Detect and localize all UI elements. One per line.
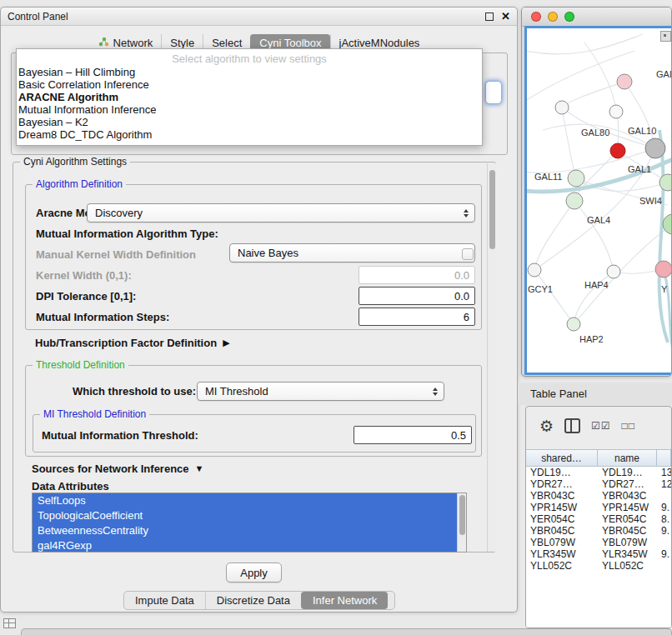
table-row[interactable]: YLR345WYLR345W9. bbox=[526, 548, 671, 560]
mi-algorithm-type-select[interactable]: Naive Bayes bbox=[229, 243, 475, 262]
network-canvas[interactable]: GALGAL80GAL10GAL11GAL1SWI4GAL4GCY1HAP4YH… bbox=[524, 26, 672, 375]
mi-steps-field[interactable]: 6 bbox=[359, 308, 475, 326]
column-header-shared[interactable]: shared… bbox=[526, 449, 598, 467]
network-node[interactable] bbox=[528, 263, 541, 277]
close-light-icon[interactable] bbox=[531, 12, 541, 22]
algorithm-option-mutual-information-inference[interactable]: Mutual Information Inference bbox=[17, 103, 482, 116]
column-header-name[interactable]: name bbox=[598, 449, 657, 467]
network-node[interactable] bbox=[566, 192, 583, 209]
network-edge[interactable] bbox=[624, 82, 655, 148]
hub-section-label: Hub/Transcription Factor Definition bbox=[35, 337, 217, 349]
network-node[interactable] bbox=[610, 143, 625, 158]
network-node[interactable] bbox=[655, 261, 672, 278]
network-edge[interactable] bbox=[527, 34, 643, 54]
manual-kernel-width-checkbox[interactable] bbox=[462, 248, 474, 260]
minimized-table-icon[interactable] bbox=[3, 618, 16, 628]
attribute-topologicalcoefficient[interactable]: TopologicalCoefficient bbox=[33, 508, 457, 523]
algorithm-option-dream8-dc-tdc-algorithm[interactable]: Dream8 DC_TDC Algorithm bbox=[17, 128, 482, 141]
attribute-selfloops[interactable]: SelfLoops bbox=[33, 493, 457, 508]
attribute-betweennesscentrality[interactable]: BetweennessCentrality bbox=[33, 523, 457, 538]
sources-section-header[interactable]: Sources for Network Inference ▼ bbox=[32, 461, 203, 476]
network-node[interactable] bbox=[567, 318, 580, 331]
network-window-titlebar[interactable] bbox=[522, 8, 671, 27]
bottom-panel-edge bbox=[21, 628, 672, 635]
table-row[interactable]: YBR043CYBR043C bbox=[526, 490, 671, 502]
bottom-tab-impute-data[interactable]: Impute Data bbox=[124, 592, 205, 609]
network-node[interactable] bbox=[645, 138, 665, 158]
minimize-light-icon[interactable] bbox=[548, 12, 558, 22]
close-icon[interactable]: ✕ bbox=[501, 11, 510, 22]
mi-threshold-field[interactable]: 0.5 bbox=[354, 426, 472, 444]
gear-icon[interactable]: ⚙ bbox=[539, 418, 554, 434]
table-row[interactable]: YBR045CYBR045C9. bbox=[526, 525, 671, 537]
table-cell: YBL079W bbox=[526, 537, 598, 548]
select-all-checkboxes-icon[interactable]: ☑☑ bbox=[591, 420, 611, 432]
bottom-tab-discretize-data[interactable]: Discretize Data bbox=[205, 592, 301, 609]
tab-label: Style bbox=[170, 37, 194, 49]
attribute-gal4rgexp[interactable]: gal4RGexp bbox=[33, 538, 457, 552]
hub-transcription-factor-section[interactable]: Hub/Transcription Factor Definition ▶ bbox=[35, 334, 230, 351]
network-edge[interactable] bbox=[562, 108, 576, 178]
table-cell: YBR043C bbox=[526, 490, 598, 502]
settings-scrollbar-thumb[interactable] bbox=[489, 170, 495, 249]
control-panel-window: Control Panel ✕ NetworkStyleSelectCyni T… bbox=[0, 7, 518, 612]
column-header-extra[interactable] bbox=[657, 449, 671, 467]
node-label-hap2: HAP2 bbox=[579, 334, 604, 344]
apply-button[interactable]: Apply bbox=[226, 562, 282, 582]
network-edge[interactable] bbox=[534, 201, 574, 270]
columns-icon[interactable] bbox=[564, 418, 580, 433]
table-cell: YER054C bbox=[526, 513, 598, 525]
algorithm-option-aracne-algorithm[interactable]: ARACNE Algorithm bbox=[17, 91, 482, 103]
network-node[interactable] bbox=[555, 101, 569, 114]
table-cell: YDR27… bbox=[598, 478, 657, 490]
node-label-gal1: GAL1 bbox=[628, 164, 651, 174]
table-row[interactable]: YDR27…YDR27…12 bbox=[526, 478, 671, 490]
bottom-tab-bar: Impute DataDiscretize DataInfer Network bbox=[123, 591, 395, 610]
aracne-mode-select[interactable]: Discovery bbox=[87, 203, 475, 222]
traffic-lights bbox=[531, 12, 574, 22]
tab-label: Cyni Toolbox bbox=[259, 37, 321, 49]
table-cell: YDL19… bbox=[598, 467, 657, 478]
table-row[interactable]: YDL19…YDL19…13 bbox=[526, 467, 671, 478]
network-navigator-icon[interactable] bbox=[660, 31, 671, 42]
attributes-scrollbar[interactable] bbox=[457, 493, 466, 552]
float-window-icon[interactable] bbox=[485, 12, 494, 21]
table-row[interactable]: YLL052CYLL052C bbox=[526, 560, 671, 572]
table-row[interactable]: YBL079WYBL079W bbox=[526, 537, 671, 548]
algorithm-option-basic-correlation-inference[interactable]: Basic Correlation Inference bbox=[17, 78, 482, 91]
network-node[interactable] bbox=[568, 170, 584, 187]
cyni-algorithm-settings-group: Cyni Algorithm Settings Algorithm Defini… bbox=[13, 162, 496, 552]
table-cell: 9. bbox=[657, 502, 671, 513]
node-label-gal10: GAL10 bbox=[628, 126, 656, 136]
table-row[interactable]: YPR145WYPR145W9. bbox=[526, 502, 671, 513]
table-row[interactable]: YER054CYER054C8. bbox=[526, 513, 671, 525]
zoom-light-icon[interactable] bbox=[564, 12, 574, 22]
table-cell bbox=[657, 537, 671, 548]
network-node[interactable] bbox=[659, 174, 672, 191]
algorithm-option-bayesian-hill-climbing[interactable]: Bayesian – Hill Climbing bbox=[17, 66, 482, 78]
network-node[interactable] bbox=[617, 74, 632, 89]
network-edge[interactable] bbox=[534, 270, 574, 324]
control-panel-titlebar[interactable]: Control Panel ✕ bbox=[1, 8, 517, 26]
data-attributes-label: Data Attributes bbox=[32, 479, 109, 492]
combo-arrows-icon bbox=[464, 209, 469, 218]
dpi-tolerance-field[interactable]: 0.0 bbox=[359, 287, 475, 305]
network-node[interactable] bbox=[663, 214, 672, 234]
which-threshold-select[interactable]: MI Threshold bbox=[197, 382, 444, 401]
network-node[interactable] bbox=[607, 265, 620, 278]
settings-scrollbar[interactable] bbox=[487, 163, 496, 552]
node-label-gal11: GAL11 bbox=[534, 172, 562, 182]
network-node[interactable] bbox=[609, 105, 623, 118]
network-svg[interactable]: GALGAL80GAL10GAL11GAL1SWI4GAL4GCY1HAP4YH… bbox=[527, 28, 672, 372]
kernel-width-field[interactable]: 0.0 bbox=[359, 266, 475, 284]
window-title: Control Panel bbox=[8, 11, 68, 22]
deselect-all-checkboxes-icon[interactable]: □□ bbox=[622, 420, 636, 432]
table-cell: YER054C bbox=[598, 513, 657, 525]
algorithm-option-bayesian-k2[interactable]: Bayesian – K2 bbox=[17, 116, 482, 128]
mi-steps-value: 6 bbox=[464, 311, 469, 323]
attributes-scrollbar-thumb[interactable] bbox=[459, 495, 465, 535]
bottom-tab-infer-network[interactable]: Infer Network bbox=[301, 592, 388, 609]
table-cell: YDR27… bbox=[526, 478, 598, 490]
network-edge[interactable] bbox=[527, 51, 634, 101]
focused-small-button[interactable] bbox=[485, 81, 502, 104]
